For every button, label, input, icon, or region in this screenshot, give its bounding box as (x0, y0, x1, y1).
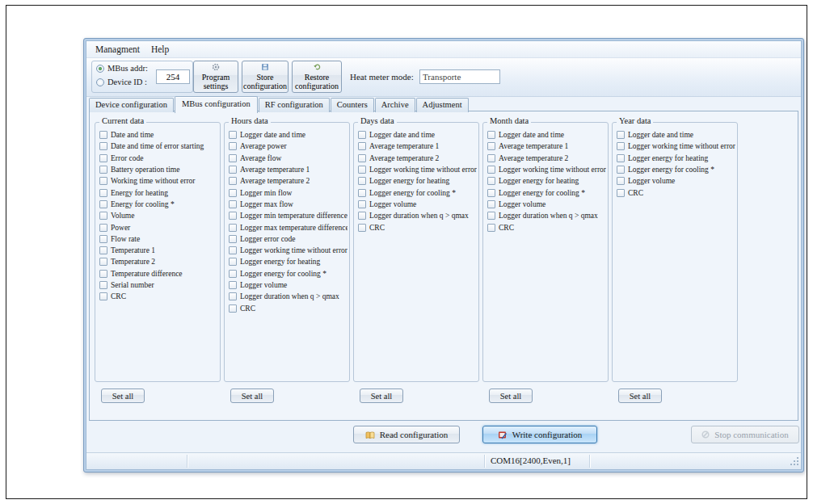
checkbox-item[interactable]: Temperature 1 (99, 245, 218, 256)
checkbox-item[interactable]: Date and time of error starting (99, 141, 218, 152)
checkbox-item[interactable]: CRC (617, 187, 735, 198)
checkbox-item[interactable]: Temperature 2 (99, 256, 218, 267)
checkbox[interactable] (487, 224, 495, 232)
checkbox-item[interactable]: Average temperature 1 (358, 141, 477, 152)
checkbox[interactable] (617, 189, 625, 197)
checkbox-item[interactable]: Logger error code (229, 233, 348, 245)
checkbox[interactable] (99, 166, 107, 174)
checkbox[interactable] (487, 154, 495, 162)
checkbox-item[interactable]: Logger volume (358, 199, 477, 210)
checkbox-item[interactable]: Volume (99, 210, 218, 221)
checkbox-item[interactable]: Average temperature 2 (358, 153, 477, 164)
checkbox-item[interactable]: Serial number (99, 279, 218, 291)
checkbox-item[interactable]: Average temperature 2 (487, 153, 606, 164)
checkbox-item[interactable]: Logger working time without error (617, 141, 735, 152)
checkbox-item[interactable]: CRC (99, 291, 218, 302)
checkbox[interactable] (99, 200, 107, 208)
checkbox-item[interactable]: Logger date and time (229, 129, 348, 141)
tab-device-configuration[interactable]: Device configuration (89, 98, 174, 112)
checkbox[interactable] (99, 224, 107, 232)
checkbox-item[interactable]: Logger volume (487, 199, 606, 210)
set-all-button[interactable]: Set all (230, 388, 274, 403)
checkbox[interactable] (99, 258, 107, 266)
store-configuration-button[interactable]: Store configuration (242, 61, 289, 93)
tab-rf-configuration[interactable]: RF configuration (259, 98, 330, 112)
checkbox-item[interactable]: Logger energy for heating (617, 153, 735, 164)
mbus-addr-radio[interactable]: MBus addr: (96, 64, 148, 73)
checkbox-item[interactable]: Logger energy for cooling * (617, 164, 735, 175)
checkbox-item[interactable]: Logger duration when q > qmax (358, 210, 477, 221)
checkbox-item[interactable]: Logger duration when q > qmax (487, 210, 606, 221)
checkbox[interactable] (99, 142, 107, 150)
checkbox[interactable] (229, 212, 237, 220)
checkbox[interactable] (487, 177, 495, 185)
checkbox[interactable] (229, 304, 237, 313)
read-configuration-button[interactable]: Read configuration (353, 426, 460, 443)
checkbox[interactable] (358, 212, 366, 220)
checkbox[interactable] (487, 189, 495, 197)
checkbox[interactable] (617, 154, 625, 162)
checkbox[interactable] (99, 212, 107, 220)
checkbox[interactable] (99, 235, 107, 243)
checkbox-item[interactable]: Logger max flow (229, 199, 348, 210)
checkbox[interactable] (229, 292, 237, 300)
checkbox[interactable] (487, 212, 495, 220)
checkbox[interactable] (229, 246, 237, 254)
checkbox[interactable] (358, 142, 366, 150)
checkbox[interactable] (229, 166, 237, 174)
set-all-button[interactable]: Set all (360, 388, 403, 403)
checkbox-item[interactable]: Logger date and time (358, 129, 477, 141)
checkbox-item[interactable]: Logger max temperature difference (229, 221, 348, 233)
checkbox-item[interactable]: Logger date and time (487, 129, 606, 141)
checkbox-item[interactable]: Working time without error (99, 175, 218, 187)
checkbox-item[interactable]: Logger date and time (617, 129, 735, 141)
checkbox[interactable] (99, 281, 107, 289)
checkbox-item[interactable]: Average flow (229, 153, 348, 164)
tab-archive[interactable]: Archive (375, 98, 415, 112)
checkbox[interactable] (487, 200, 495, 208)
checkbox[interactable] (99, 189, 107, 197)
checkbox-item[interactable]: Battery operation time (99, 164, 218, 175)
write-configuration-button[interactable]: Write configuration (482, 426, 597, 443)
checkbox[interactable] (617, 166, 625, 174)
address-input[interactable] (156, 69, 190, 84)
checkbox[interactable] (229, 270, 237, 278)
radio-selected-icon[interactable] (96, 65, 104, 73)
checkbox-item[interactable]: Logger min flow (229, 187, 348, 198)
checkbox[interactable] (229, 281, 237, 289)
checkbox[interactable] (99, 292, 107, 300)
checkbox-item[interactable]: Power (99, 221, 218, 233)
checkbox[interactable] (99, 131, 107, 139)
checkbox[interactable] (229, 142, 237, 150)
checkbox-item[interactable]: Average temperature 1 (487, 141, 606, 152)
checkbox[interactable] (358, 189, 366, 197)
checkbox-item[interactable]: Average temperature 1 (229, 164, 348, 175)
checkbox[interactable] (358, 224, 366, 232)
checkbox[interactable] (229, 189, 237, 197)
checkbox-item[interactable]: Logger energy for cooling * (229, 268, 348, 279)
checkbox[interactable] (99, 246, 107, 254)
checkbox-item[interactable]: Temperature difference (99, 268, 218, 279)
program-settings-button[interactable]: Program settings (193, 61, 238, 93)
resize-grip-icon[interactable] (790, 456, 799, 468)
set-all-button[interactable]: Set all (101, 388, 145, 403)
checkbox-item[interactable]: CRC (358, 221, 477, 233)
checkbox[interactable] (229, 131, 237, 139)
checkbox[interactable] (358, 177, 366, 185)
checkbox[interactable] (229, 177, 237, 185)
radio-unselected-icon[interactable] (96, 78, 104, 86)
checkbox-item[interactable]: Logger energy for heating (229, 256, 348, 267)
checkbox[interactable] (229, 200, 237, 208)
checkbox-item[interactable]: Error code (99, 153, 218, 164)
checkbox[interactable] (99, 154, 107, 162)
checkbox-item[interactable]: Logger min temperature difference (229, 210, 348, 221)
restore-configuration-button[interactable]: Restore configuration (292, 61, 342, 93)
checkbox-item[interactable]: Date and time (99, 129, 218, 141)
checkbox-item[interactable]: Logger working time without error (229, 245, 348, 256)
checkbox[interactable] (229, 154, 237, 162)
checkbox[interactable] (617, 131, 625, 139)
checkbox[interactable] (487, 142, 495, 150)
checkbox[interactable] (358, 200, 366, 208)
checkbox[interactable] (229, 224, 237, 232)
set-all-button[interactable]: Set all (489, 388, 533, 403)
